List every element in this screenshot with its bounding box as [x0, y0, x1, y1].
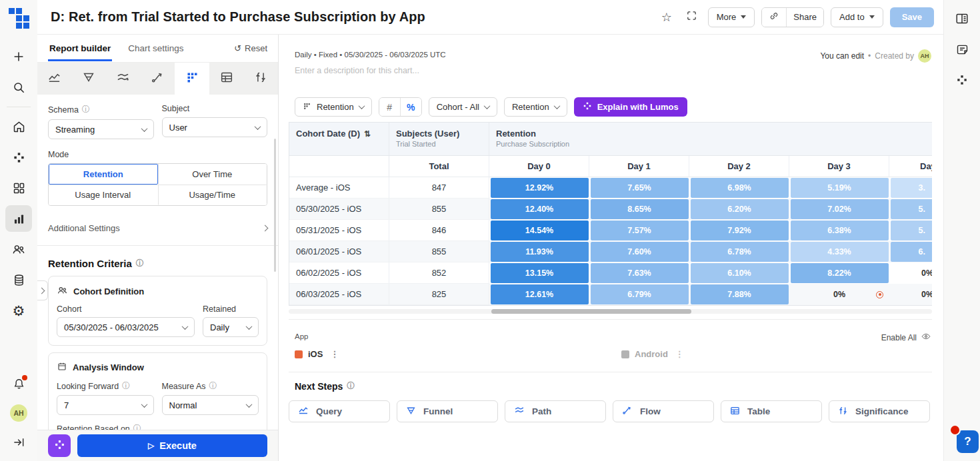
subjects-total[interactable]: 855 — [389, 199, 489, 220]
chart-type-funnel[interactable] — [72, 63, 107, 95]
info-icon[interactable]: ⓘ — [209, 380, 217, 392]
enable-all-button[interactable]: Enable All — [881, 331, 931, 344]
cohort-label[interactable]: 05/30/2025 - iOS — [289, 199, 389, 220]
retention-cell[interactable]: 7.02% — [789, 199, 889, 220]
cohort-label[interactable]: 06/02/2025 - iOS — [289, 262, 389, 284]
copy-link-button[interactable] — [762, 8, 786, 27]
chart-type-line[interactable] — [37, 63, 72, 95]
info-icon[interactable]: ⓘ — [122, 380, 130, 392]
next-step-path[interactable]: Path — [505, 400, 606, 422]
tab-chart-settings[interactable]: Chart settings — [127, 36, 185, 61]
retention-cell[interactable]: 8.65% — [589, 199, 689, 220]
cohort-label[interactable]: 06/01/2025 - iOS — [289, 241, 389, 262]
kebab-menu-icon[interactable]: ⋮ — [328, 349, 341, 359]
cohort-label[interactable]: 06/03/2025 - iOS — [289, 284, 389, 305]
mode-usage-interval[interactable]: Usage Interval — [49, 185, 158, 205]
legend-item-ios[interactable]: iOS ⋮ — [295, 349, 341, 359]
cohort-label[interactable]: Average - iOS — [289, 177, 389, 199]
next-step-query[interactable]: Query — [289, 400, 390, 422]
next-step-table[interactable]: Table — [721, 400, 822, 422]
retention-cell[interactable]: 7.65% — [589, 177, 689, 199]
day-column-header[interactable]: Day 0 — [489, 156, 589, 177]
day-column-header[interactable]: Day 3 — [789, 156, 889, 177]
mode-usage-time[interactable]: Usage/Time — [158, 185, 267, 205]
retention-cell[interactable]: 7.57% — [589, 220, 689, 241]
retention-cell[interactable]: 6.98% — [689, 177, 789, 199]
sort-icon[interactable]: ⇅ — [364, 129, 371, 139]
retention-cell[interactable]: 6.78% — [689, 241, 789, 262]
fullscreen-button[interactable] — [683, 8, 701, 27]
retention-cell[interactable]: 12.92% — [489, 177, 589, 199]
chart-type-significance[interactable] — [243, 63, 278, 95]
explain-with-lumos-button[interactable]: Explain with Lumos — [574, 97, 687, 117]
legend-item-android[interactable]: Android ⋮ — [621, 349, 686, 359]
notes-button[interactable] — [949, 36, 975, 63]
measure-as-select[interactable]: Normal — [162, 395, 259, 415]
retention-cell[interactable]: 7.63% — [589, 262, 689, 284]
info-icon[interactable]: ⓘ — [347, 380, 355, 392]
subject-select[interactable]: User — [162, 117, 268, 137]
day-column-header[interactable]: Day 1 — [589, 156, 689, 177]
tab-report-builder[interactable]: Report builder — [48, 36, 112, 61]
retention-cell[interactable]: 6.38% — [789, 220, 889, 241]
notifications-button[interactable] — [5, 370, 32, 397]
table-hscroll-track[interactable] — [289, 309, 932, 314]
more-button[interactable]: More — [708, 7, 755, 27]
dashboards-button[interactable] — [5, 175, 32, 201]
day-column-header[interactable]: Day 4 — [889, 156, 932, 177]
data-button[interactable] — [5, 266, 32, 293]
retention-cell[interactable]: 5. — [889, 199, 932, 220]
panel-collapse-handle[interactable] — [37, 280, 48, 300]
subjects-total[interactable]: 852 — [389, 262, 489, 284]
reset-button[interactable]: ↺Reset — [234, 43, 267, 53]
lumos-nav-button[interactable] — [5, 144, 32, 171]
retention-cell[interactable]: 5. — [889, 220, 932, 241]
retention-cell[interactable]: 12.40% — [489, 199, 589, 220]
info-icon[interactable]: ⓘ — [136, 258, 144, 269]
subjects-total[interactable]: 847 — [389, 177, 489, 199]
user-avatar[interactable]: AH — [10, 404, 27, 422]
retention-cell[interactable]: 4.33% — [789, 241, 889, 262]
save-button[interactable]: Save — [890, 7, 934, 27]
app-logo[interactable] — [7, 7, 30, 32]
execute-button[interactable]: ▷Execute — [77, 434, 267, 457]
chart-type-path[interactable] — [106, 63, 141, 95]
retention-cell[interactable]: 6.20% — [689, 199, 789, 220]
docs-button[interactable] — [949, 5, 975, 32]
percent-toggle[interactable]: % — [401, 98, 421, 116]
table-hscroll-thumb[interactable] — [491, 309, 691, 314]
retention-cell[interactable]: 7.92% — [689, 220, 789, 241]
next-step-flow[interactable]: Flow — [613, 400, 714, 422]
charts-button[interactable] — [5, 205, 32, 232]
cohort-date-header[interactable]: Cohort Date (D)⇅ — [289, 123, 389, 155]
info-icon[interactable]: ⓘ — [82, 104, 90, 115]
cohort-dropdown[interactable]: Cohort - All — [429, 97, 497, 117]
next-step-significance[interactable]: Significance — [829, 400, 930, 422]
chart-type-table[interactable] — [209, 63, 244, 95]
schema-select[interactable]: Streaming — [48, 119, 154, 139]
additional-settings[interactable]: Additional Settings — [37, 223, 278, 233]
day-column-header[interactable]: Day 2 — [689, 156, 789, 177]
mode-over-time[interactable]: Over Time — [158, 164, 267, 185]
chart-type-retention[interactable] — [175, 63, 209, 95]
retention-cell[interactable]: 11.93% — [489, 241, 589, 262]
retention-cell[interactable]: 8.22% — [789, 262, 889, 284]
chart-type-flow[interactable] — [141, 63, 175, 95]
help-button[interactable]: ? — [957, 430, 979, 453]
new-button[interactable] — [5, 43, 32, 70]
subjects-header[interactable]: Subjects (User) Trial Started — [389, 123, 489, 155]
looking-forward-select[interactable]: 7 — [57, 395, 154, 415]
info-icon[interactable]: ⓘ — [133, 423, 141, 430]
kebab-menu-icon[interactable]: ⋮ — [673, 349, 686, 359]
panel-scrollbar[interactable] — [274, 139, 276, 272]
retention-cell[interactable]: 6.10% — [689, 262, 789, 284]
collapse-nav-button[interactable] — [5, 429, 32, 456]
favorite-button[interactable]: ☆ — [657, 8, 676, 27]
retention-cell[interactable]: 0% — [789, 284, 889, 305]
number-toggle[interactable]: # — [379, 98, 400, 116]
cohort-label[interactable]: 05/31/2025 - iOS — [289, 220, 389, 241]
chart-type-dropdown[interactable]: Retention — [295, 97, 372, 117]
subjects-total[interactable]: 825 — [389, 284, 489, 305]
retention-cell[interactable]: 5.19% — [789, 177, 889, 199]
retention-cell[interactable]: 12.61% — [489, 284, 589, 305]
